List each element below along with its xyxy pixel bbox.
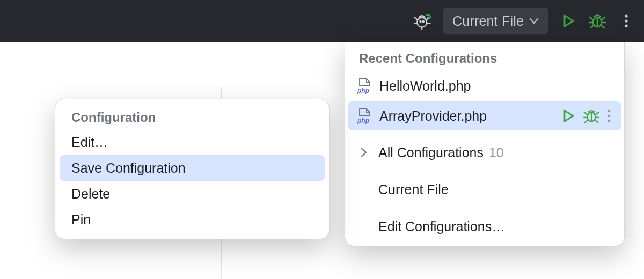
svg-point-30 — [608, 115, 611, 118]
recent-config-item-selected[interactable]: php ArrayProvider.php — [348, 101, 621, 130]
php-file-icon: php — [357, 108, 372, 124]
svg-line-10 — [590, 17, 592, 19]
run-config-selector[interactable]: Current File — [443, 8, 548, 34]
config-name: HelloWorld.php — [379, 78, 624, 94]
current-file-item[interactable]: Current File — [345, 174, 624, 204]
submenu-heading: Configuration — [55, 105, 329, 129]
kebab-icon — [607, 109, 611, 123]
svg-text:php: php — [357, 117, 369, 124]
inline-more-button[interactable] — [607, 109, 611, 123]
submenu-edit[interactable]: Edit… — [55, 129, 329, 155]
svg-point-7 — [423, 21, 424, 22]
bug-icon — [589, 12, 606, 30]
all-configs-label: All Configurations — [378, 145, 484, 160]
recent-config-item[interactable]: php HelloWorld.php — [345, 71, 624, 100]
submenu-save-configuration[interactable]: Save Configuration — [60, 155, 325, 181]
svg-line-27 — [585, 120, 588, 122]
more-button[interactable] — [617, 12, 635, 30]
inline-run-button[interactable] — [561, 108, 576, 123]
chevron-right-icon — [360, 147, 368, 158]
kebab-icon — [624, 13, 628, 28]
play-icon — [561, 13, 576, 28]
svg-line-14 — [590, 26, 593, 28]
svg-point-0 — [417, 18, 427, 27]
all-configurations-item[interactable]: All Configurations 10 — [345, 137, 624, 167]
toolbar: Current File — [0, 0, 644, 42]
play-icon — [561, 108, 576, 123]
run-config-dropdown: Recent Configurations php HelloWorld.php… — [345, 42, 625, 246]
svg-line-15 — [602, 26, 604, 28]
submenu-delete[interactable]: Delete — [55, 181, 329, 207]
run-button[interactable] — [559, 12, 577, 30]
dev-services-icon[interactable] — [414, 12, 432, 30]
svg-line-28 — [596, 120, 598, 122]
configuration-submenu: Configuration Edit… Save Configuration D… — [55, 99, 330, 239]
svg-line-23 — [584, 112, 587, 114]
config-name: ArrayProvider.php — [379, 108, 551, 124]
bug-icon — [583, 108, 599, 124]
all-configs-count: 10 — [489, 145, 504, 160]
svg-line-11 — [602, 17, 605, 19]
php-file-icon: php — [357, 78, 372, 94]
svg-line-2 — [415, 18, 417, 20]
svg-point-29 — [608, 110, 611, 113]
svg-point-16 — [625, 14, 627, 17]
svg-point-31 — [608, 120, 611, 122]
svg-point-6 — [420, 21, 421, 22]
svg-text:php: php — [357, 87, 369, 94]
edit-configurations-item[interactable]: Edit Configurations… — [345, 211, 624, 241]
svg-point-18 — [625, 24, 627, 27]
run-config-label: Current File — [452, 13, 524, 29]
submenu-pin[interactable]: Pin — [55, 207, 329, 232]
svg-line-24 — [596, 112, 598, 114]
svg-point-17 — [625, 19, 627, 22]
chevron-down-icon — [529, 17, 539, 25]
inline-debug-button[interactable] — [583, 108, 599, 124]
debug-button[interactable] — [588, 12, 606, 30]
recent-configs-heading: Recent Configurations — [345, 47, 624, 71]
